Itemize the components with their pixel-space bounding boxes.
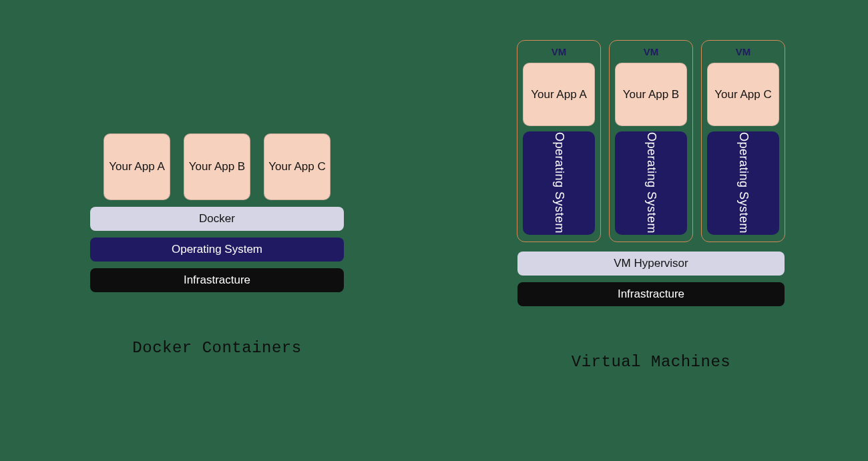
vm-os-b: Operating System xyxy=(615,131,687,235)
vm-caption: Virtual Machines xyxy=(572,353,730,371)
docker-layer-docker: Docker xyxy=(90,207,344,231)
vm-box-b: VM Your App B Operating System xyxy=(609,40,693,242)
vm-os-c-text: Operating System xyxy=(736,132,750,234)
vm-layer-infra: Infrastracture xyxy=(517,282,785,306)
vm-app-b: Your App B xyxy=(615,63,687,126)
vm-app-a: Your App A xyxy=(523,63,595,126)
docker-app-a: Your App A xyxy=(103,133,170,200)
docker-layer-os: Operating System xyxy=(90,238,344,262)
docker-caption: Docker Containers xyxy=(132,339,301,357)
vm-label: VM xyxy=(644,46,659,57)
docker-app-b: Your App B xyxy=(184,133,250,200)
vm-app-c: Your App C xyxy=(707,63,779,126)
vm-box-a: VM Your App A Operating System xyxy=(517,40,601,242)
diagram-canvas: Your App A Your App B Your App C Docker … xyxy=(0,0,868,461)
vm-column: VM Your App A Operating System VM Your A… xyxy=(434,0,868,371)
vm-row: VM Your App A Operating System VM Your A… xyxy=(517,40,785,242)
docker-app-c: Your App C xyxy=(264,133,331,200)
docker-app-row: Your App A Your App B Your App C xyxy=(103,133,331,200)
docker-layer-infra: Infrastracture xyxy=(90,268,344,292)
vm-stack: VM Your App A Operating System VM Your A… xyxy=(517,40,785,306)
vm-os-a-text: Operating System xyxy=(552,132,566,234)
vm-label: VM xyxy=(736,46,751,57)
vm-os-c: Operating System xyxy=(707,131,779,235)
vm-box-c: VM Your App C Operating System xyxy=(701,40,785,242)
docker-stack: Your App A Your App B Your App C Docker … xyxy=(90,40,344,292)
vm-label: VM xyxy=(552,46,567,57)
vm-layer-hypervisor: VM Hypervisor xyxy=(517,252,785,276)
vm-os-b-text: Operating System xyxy=(644,132,658,234)
vm-os-a: Operating System xyxy=(523,131,595,235)
docker-column: Your App A Your App B Your App C Docker … xyxy=(0,0,434,357)
